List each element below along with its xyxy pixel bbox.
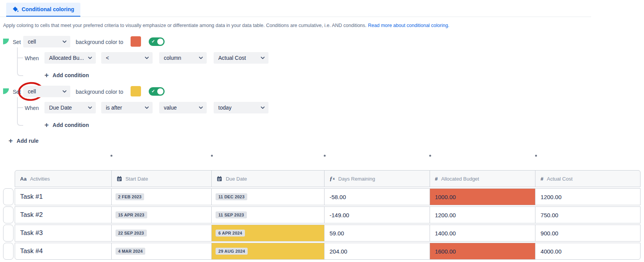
date-chip: 4 MAR 2024 <box>116 248 146 255</box>
rule2-enabled-toggle[interactable]: ✓ <box>149 87 165 96</box>
calendar-icon <box>217 176 222 181</box>
column-header-due-date[interactable]: Due Date <box>212 171 325 187</box>
dropdown-value: cell <box>28 88 36 95</box>
rule2-target-dropdown[interactable]: cell <box>23 86 70 97</box>
days-remaining-cell[interactable]: -149.00 <box>325 207 430 223</box>
actual-cost-cell[interactable]: 1200.00 <box>535 189 640 205</box>
actual-cost-cell[interactable]: 4000.00 <box>535 243 640 259</box>
number-value: 1400.00 <box>435 230 456 237</box>
add-rule-button[interactable]: +Add rule <box>8 138 39 144</box>
toggle-knob <box>157 39 163 45</box>
row-drag-handle[interactable] <box>3 243 14 260</box>
date-chip: 6 APR 2024 <box>216 230 245 237</box>
background-color-label: background color to <box>76 39 123 45</box>
days-remaining-cell[interactable]: -58.00 <box>325 189 430 205</box>
column-label: Days Remaining <box>338 176 375 182</box>
rule2-operator-dropdown[interactable]: is after <box>101 102 153 113</box>
rule2-color-swatch[interactable] <box>131 86 141 96</box>
activity-cell[interactable]: Task #3 <box>15 225 112 241</box>
rule1-color-swatch[interactable] <box>131 36 141 47</box>
column-resize-handle[interactable] <box>324 155 326 157</box>
row-drag-handle[interactable] <box>3 188 14 205</box>
days-remaining-cell[interactable]: 59.00 <box>325 225 430 241</box>
plus-icon: + <box>8 138 13 144</box>
start-date-cell[interactable]: 15 APR 2023 <box>112 207 212 223</box>
activity-cell[interactable]: Task #2 <box>15 207 112 223</box>
days-remaining-cell[interactable]: 204.00 <box>325 243 430 259</box>
column-header-activities[interactable]: Aa Activities <box>15 171 112 187</box>
rule1-compare-type-dropdown[interactable]: column <box>159 52 207 64</box>
due-date-cell[interactable]: 11 SEP 2023 <box>212 207 325 223</box>
row-drag-handle[interactable] <box>3 206 14 223</box>
start-date-cell[interactable]: 2 FEB 2023 <box>112 189 212 205</box>
column-label: Activities <box>30 176 50 182</box>
rule1-compare-value-dropdown[interactable]: Actual Cost <box>214 52 268 64</box>
column-header-start-date[interactable]: Start Date <box>112 171 212 187</box>
due-date-cell[interactable]: 11 DEC 2023 <box>212 189 325 205</box>
dropdown-value: cell <box>28 39 36 45</box>
rule2-compare-value-dropdown[interactable]: today <box>214 102 268 113</box>
add-condition-label: Add condition <box>53 72 89 78</box>
rule1-enabled-toggle[interactable]: ✓ <box>149 37 165 46</box>
number-value: 750.00 <box>540 212 558 218</box>
rule2-add-condition-button[interactable]: +Add condition <box>44 122 89 128</box>
check-icon: ✓ <box>151 89 155 94</box>
read-more-link[interactable]: Read more about conditional coloring. <box>368 23 450 28</box>
date-chip: 2 FEB 2023 <box>116 193 144 200</box>
number-type-icon: # <box>540 176 543 182</box>
column-header-actual-cost[interactable]: # Actual Cost <box>535 171 640 187</box>
column-resize-handle[interactable] <box>110 155 112 157</box>
due-date-cell[interactable]: 6 APR 2024 <box>212 225 325 241</box>
activity-cell[interactable]: Task #4 <box>15 243 112 259</box>
number-value: 204.00 <box>330 248 347 255</box>
chevron-down-icon <box>261 106 265 109</box>
background-color-label: background color to <box>76 89 123 95</box>
tab-conditional-coloring[interactable]: Conditional coloring <box>6 3 80 17</box>
rule1-field-dropdown[interactable]: Allocated Bu... <box>44 52 96 64</box>
plus-icon: + <box>44 73 49 78</box>
rule1-target-dropdown[interactable]: cell <box>23 36 70 47</box>
add-condition-label: Add condition <box>53 122 89 128</box>
actual-cost-cell[interactable]: 750.00 <box>535 207 640 223</box>
actual-cost-cell[interactable]: 900.00 <box>535 225 640 241</box>
column-resize-handle[interactable] <box>211 155 213 157</box>
table-row: Task #4 4 MAR 2024 29 AUG 2024 204.00 16… <box>15 243 641 260</box>
toggle-knob <box>157 88 163 95</box>
rule2-field-dropdown[interactable]: Due Date <box>44 102 96 113</box>
paint-bucket-icon <box>12 6 19 12</box>
column-resize-handle[interactable] <box>535 155 537 157</box>
allocated-budget-cell[interactable]: 1000.00 <box>430 189 536 205</box>
dropdown-value: column <box>164 55 181 61</box>
rule1-operator-dropdown[interactable]: < <box>101 52 153 64</box>
row-drag-handle[interactable] <box>3 225 14 242</box>
dropdown-value: Due Date <box>49 105 72 111</box>
start-date-cell[interactable]: 22 SEP 2023 <box>112 225 212 241</box>
allocated-budget-cell[interactable]: 1600.00 <box>430 243 536 259</box>
rule2-compare-type-dropdown[interactable]: value <box>159 102 207 113</box>
chevron-down-icon <box>199 57 203 59</box>
number-value: 900.00 <box>540 230 558 237</box>
chevron-down-icon <box>88 57 92 59</box>
due-date-cell[interactable]: 29 AUG 2024 <box>212 243 325 259</box>
date-chip: 15 APR 2023 <box>116 211 147 218</box>
check-icon: ✓ <box>151 39 155 44</box>
tab-label: Conditional coloring <box>22 6 74 12</box>
number-value: 59.00 <box>330 230 344 237</box>
formula-icon: ƒx <box>330 176 335 182</box>
column-label: Actual Cost <box>547 176 573 182</box>
column-header-days-remaining[interactable]: ƒx Days Remaining <box>325 171 430 187</box>
allocated-budget-cell[interactable]: 1200.00 <box>430 207 536 223</box>
chevron-down-icon <box>261 57 265 59</box>
column-resize-handle[interactable] <box>429 155 431 157</box>
table-header: Aa Activities Start Date Due Date ƒx Day… <box>15 170 641 187</box>
number-value: -58.00 <box>330 194 346 200</box>
number-type-icon: # <box>435 176 438 182</box>
calendar-icon <box>117 176 122 181</box>
activity-cell[interactable]: Task #1 <box>15 189 112 205</box>
table-row: Task #1 2 FEB 2023 11 DEC 2023 -58.00 10… <box>15 188 641 205</box>
allocated-budget-cell[interactable]: 1400.00 <box>430 225 536 241</box>
start-date-cell[interactable]: 4 MAR 2024 <box>112 243 212 259</box>
rule1-add-condition-button[interactable]: +Add condition <box>44 72 89 78</box>
column-header-allocated-budget[interactable]: # Allocated Budget <box>430 171 536 187</box>
intro-sentence: Apply coloring to cells that meet your p… <box>3 23 367 28</box>
